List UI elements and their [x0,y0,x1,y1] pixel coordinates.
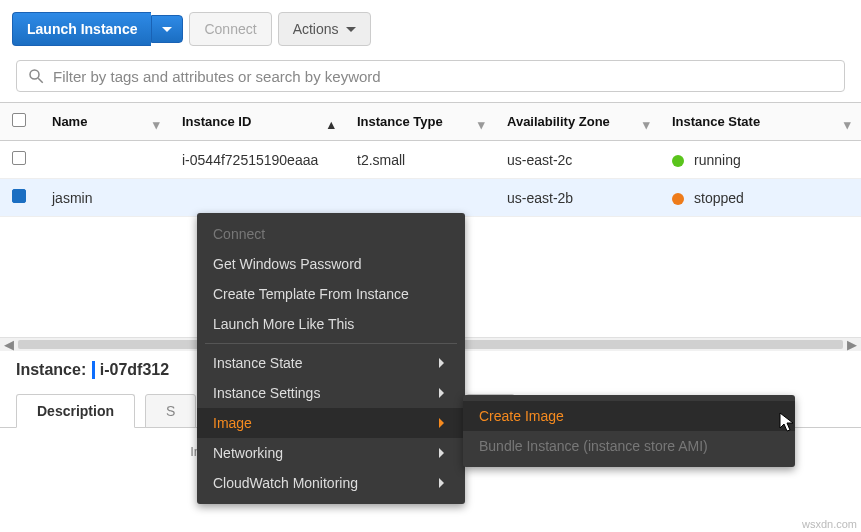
search-icon [27,67,45,85]
text-cursor [92,361,95,379]
row-checkbox[interactable] [12,151,26,165]
col-state[interactable]: Instance State▾ [660,103,861,141]
submenu-arrow-icon [439,448,449,458]
chevron-down-icon [346,27,356,37]
submenu-arrow-icon [439,358,449,368]
search-field[interactable] [16,60,845,92]
tab-hidden[interactable]: S [145,394,196,428]
submenu-create-image[interactable]: Create Image [463,401,795,431]
col-instance-type[interactable]: Instance Type▾ [345,103,495,141]
status-dot-icon [672,155,684,167]
cell-az: us-east-2b [495,179,660,217]
chevron-down-icon [162,27,172,37]
submenu-bundle-instance: Bundle Instance (instance store AMI) [463,431,795,461]
scroll-right-icon[interactable]: ▶ [843,338,861,351]
col-az[interactable]: Availability Zone▾ [495,103,660,141]
cell-state: running [660,141,861,179]
col-name[interactable]: Name▾ [40,103,170,141]
image-submenu: Create Image Bundle Instance (instance s… [463,395,795,467]
tab-description[interactable]: Description [16,394,135,428]
actions-button[interactable]: Actions [278,12,372,46]
row-checkbox[interactable] [12,189,26,203]
launch-instance-button[interactable]: Launch Instance [12,12,151,46]
menu-connect: Connect [197,219,465,249]
context-menu: Connect Get Windows Password Create Temp… [197,213,465,475]
launch-instance-dropdown[interactable] [151,15,183,43]
cell-instance-type [345,179,495,217]
cell-instance-id: i-0544f72515190eaaa [170,141,345,179]
cell-instance-id [170,179,345,217]
mouse-cursor-icon [779,412,797,434]
cell-state: stopped [660,179,861,217]
actions-label: Actions [293,21,339,37]
detail-instance-id: i-07df312 [100,361,169,378]
cell-name: jasmin [40,179,170,217]
menu-networking[interactable]: Networking [197,438,465,468]
menu-separator [205,343,457,344]
detail-label: Instance: [16,361,86,378]
menu-instance-state[interactable]: Instance State [197,348,465,378]
select-all-checkbox[interactable] [12,113,26,127]
submenu-arrow-icon [439,418,449,428]
table-row[interactable]: jasmin us-east-2b stopped [0,179,861,217]
menu-launch-more[interactable]: Launch More Like This [197,309,465,339]
scroll-left-icon[interactable]: ◀ [0,338,18,351]
col-instance-id[interactable]: Instance ID▴ [170,103,345,141]
menu-create-template[interactable]: Create Template From Instance [197,279,465,309]
svg-line-1 [38,78,43,83]
search-input[interactable] [53,68,834,85]
cell-name [40,141,170,179]
cell-instance-type: t2.small [345,141,495,179]
submenu-arrow-icon [439,388,449,398]
connect-button: Connect [189,12,271,46]
menu-image[interactable]: Image [197,408,465,438]
toolbar: Launch Instance Connect Actions [0,0,861,60]
svg-point-0 [30,70,39,79]
cell-az: us-east-2c [495,141,660,179]
menu-get-password[interactable]: Get Windows Password [197,249,465,279]
menu-instance-settings[interactable]: Instance Settings [197,378,465,408]
status-dot-icon [672,193,684,205]
table-row[interactable]: i-0544f72515190eaaa t2.small us-east-2c … [0,141,861,179]
menu-cloudwatch[interactable]: CloudWatch Monitoring [197,468,465,475]
